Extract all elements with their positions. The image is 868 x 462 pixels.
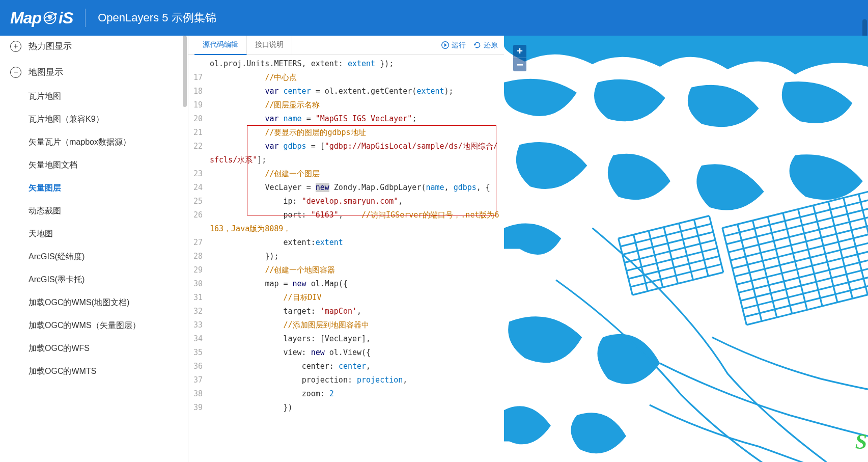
svg-point-2 <box>54 13 57 15</box>
play-icon <box>441 41 450 49</box>
code-line: port: "6163", //访问IGServer的端口号，.net版为616… <box>210 208 501 236</box>
reset-button[interactable]: 还原 <box>473 41 498 50</box>
zoom-control: + − <box>513 45 526 71</box>
globe-icon <box>40 8 60 28</box>
code-line: //创建一个图层 <box>210 167 501 181</box>
code-line: ol.proj.Units.METERS, extent: extent }); <box>210 57 501 71</box>
code-line: var name = "MapGIS IGS VecLayer"; <box>210 112 501 126</box>
code-line: layers: [VecLayer], <box>210 332 501 346</box>
zoom-in-button[interactable]: + <box>513 45 526 58</box>
code-line: target: 'mapCon', <box>210 305 501 318</box>
logo[interactable]: Map iS <box>10 8 73 28</box>
collapse-icon: − <box>10 67 21 78</box>
page-title: OpenLayers 5 示例集锦 <box>98 10 216 25</box>
code-line: var center = ol.extent.getCenter(extent)… <box>210 85 501 98</box>
code-editor[interactable]: 1718192021222324252627282930313233343536… <box>188 55 504 462</box>
map-viewport[interactable]: + − S <box>504 36 868 462</box>
sidebar-item[interactable]: 动态裁图 <box>25 200 188 223</box>
sidebar-scrollbar[interactable] <box>183 36 187 107</box>
expand-icon: + <box>10 41 21 52</box>
code-line: map = new ol.Map({ <box>210 277 501 291</box>
sidebar: +热力图显示−地图显示瓦片地图瓦片地图（兼容K9）矢量瓦片（mapbox数据源）… <box>0 36 188 462</box>
sidebar-item[interactable]: 矢量图层 <box>25 177 188 200</box>
sidebar-item[interactable]: 加载OGC的WFS <box>25 337 188 360</box>
tabs: 源代码编辑接口说明 <box>194 36 441 55</box>
code-line: var gdbps = ["gdbp://MapGisLocal/sample/… <box>210 140 501 167</box>
tree-group-label: 热力图显示 <box>29 40 72 52</box>
code-line: extent:extent <box>210 236 501 250</box>
code-area[interactable]: ol.proj.Units.METERS, extent: extent });… <box>207 55 504 462</box>
code-line: //创建一个地图容器 <box>210 263 501 277</box>
code-line: VecLayer = new Zondy.Map.GdbpLayer(name,… <box>210 181 501 195</box>
map-canvas[interactable] <box>504 36 868 462</box>
tabs-bar: 源代码编辑接口说明 运行 还原 <box>188 36 504 55</box>
run-label: 运行 <box>452 41 466 50</box>
sidebar-item[interactable]: 瓦片地图（兼容K9） <box>25 108 188 131</box>
tree-group-label: 地图显示 <box>29 66 63 78</box>
code-line: //图层显示名称 <box>210 98 501 112</box>
line-gutter: 1718192021222324252627282930313233343536… <box>188 55 207 462</box>
header-divider <box>85 9 86 27</box>
app-header: Map iS OpenLayers 5 示例集锦 <box>0 0 868 36</box>
code-line: //目标DIV <box>210 291 501 305</box>
sidebar-item[interactable]: 加载OGC的WMS（矢量图层） <box>25 314 188 337</box>
tab[interactable]: 源代码编辑 <box>194 36 247 55</box>
sidebar-item[interactable]: ArcGIS(经纬度) <box>25 246 188 268</box>
sidebar-item[interactable]: 矢量地图文档 <box>25 154 188 177</box>
sidebar-item[interactable]: 瓦片地图 <box>25 85 188 108</box>
tree-group-header[interactable]: +热力图显示 <box>0 36 188 59</box>
refresh-icon <box>473 41 482 49</box>
code-line: center: center, <box>210 360 501 373</box>
watermark: S <box>855 429 867 454</box>
run-button[interactable]: 运行 <box>441 41 466 50</box>
sidebar-item[interactable]: 加载OGC的WMTS <box>25 360 188 383</box>
code-line: }); <box>210 250 501 263</box>
sidebar-item[interactable]: 加载OGC的WMS(地图文档) <box>25 291 188 314</box>
code-line: }) <box>210 401 501 415</box>
reset-label: 还原 <box>484 41 498 50</box>
code-line: //添加图层到地图容器中 <box>210 318 501 332</box>
tab[interactable]: 接口说明 <box>247 36 292 55</box>
code-line: view: new ol.View({ <box>210 346 501 360</box>
code-line: zoom: 2 <box>210 387 501 401</box>
sidebar-item[interactable]: ArcGIS(墨卡托) <box>25 268 188 291</box>
logo-text-left: Map <box>10 9 41 28</box>
code-line: ip: "develop.smaryun.com", <box>210 195 501 208</box>
code-line: projection: projection, <box>210 373 501 387</box>
code-panel: 源代码编辑接口说明 运行 还原 171819202122232425262728… <box>188 36 504 462</box>
code-line: //中心点 <box>210 71 501 85</box>
code-line: //要显示的图层的gdbps地址 <box>210 126 501 140</box>
zoom-out-button[interactable]: − <box>513 58 526 71</box>
logo-text-right: iS <box>59 9 73 28</box>
tree-group-header[interactable]: −地图显示 <box>0 59 188 85</box>
sidebar-item[interactable]: 天地图 <box>25 223 188 246</box>
sidebar-item[interactable]: 矢量瓦片（mapbox数据源） <box>25 131 188 154</box>
